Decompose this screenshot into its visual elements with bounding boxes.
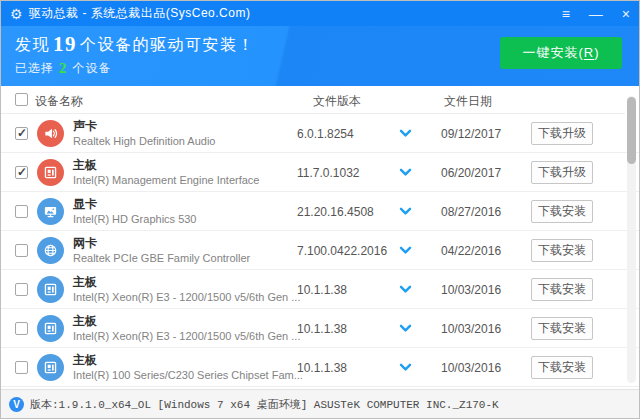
device-category: 主板 xyxy=(73,313,300,329)
select-all-checkbox[interactable] xyxy=(15,93,28,106)
device-name-block: 主板 Intel(R) Xeon(R) E3 - 1200/1500 v5/6t… xyxy=(73,313,300,344)
file-version-value: 10.1.1.38 xyxy=(297,283,347,297)
file-version-value: 10.1.1.38 xyxy=(297,361,347,375)
device-row: 主板 Intel(R) Management Engine Interface … xyxy=(1,153,639,192)
motherboard-icon xyxy=(37,354,64,381)
file-version-value: 7.100.0422.2016 xyxy=(297,244,387,258)
selected-devices-line: 已选择2个设备 xyxy=(15,60,112,77)
device-count: 19 xyxy=(50,32,80,56)
window-title: 驱动总裁 - 系统总裁出品(SysCeo.Com) xyxy=(29,5,251,22)
device-description: Intel(R) 100 Series/C230 Series Chipset … xyxy=(73,368,303,383)
file-date-value: 10/03/2016 xyxy=(441,283,501,297)
chevron-down-icon[interactable] xyxy=(399,363,412,372)
device-category: 主板 xyxy=(73,352,303,368)
device-description: Realtek PCIe GBE Family Controller xyxy=(73,251,250,266)
chevron-down-icon[interactable] xyxy=(399,285,412,294)
download-action-button[interactable]: 下载升级 xyxy=(531,161,593,184)
motherboard-icon xyxy=(37,159,64,186)
row-checkbox[interactable] xyxy=(15,322,28,335)
file-date-value: 10/03/2016 xyxy=(441,322,501,336)
install-button-close: ) xyxy=(594,45,599,60)
device-category: 声卡 xyxy=(73,118,215,134)
one-click-install-button[interactable]: 一键安装(R) xyxy=(500,37,622,69)
headline-suffix: 个设备的驱动可安装！ xyxy=(80,36,255,53)
menu-icon[interactable]: ≡ xyxy=(562,7,570,21)
download-action-button[interactable]: 下载安装 xyxy=(531,278,593,301)
device-row: 主板 Intel(R) Xeon(R) E3 - 1200/1500 v5/6t… xyxy=(1,270,639,309)
download-action-button[interactable]: 下载安装 xyxy=(531,239,593,262)
device-description: Intel(R) Management Engine Interface xyxy=(73,173,260,188)
device-description: Realtek High Definition Audio xyxy=(73,134,215,149)
chevron-down-icon[interactable] xyxy=(399,324,412,333)
headline-prefix: 发现 xyxy=(15,36,50,53)
device-name-block: 网卡 Realtek PCIe GBE Family Controller xyxy=(73,235,250,266)
device-description: Intel(R) HD Graphics 530 xyxy=(73,212,197,227)
app-gear-icon: ⚙ xyxy=(10,7,23,21)
file-date-value: 10/03/2016 xyxy=(441,361,501,375)
chevron-down-icon[interactable] xyxy=(399,207,412,216)
device-row: 主板 Intel(R) 100 Series/C230 Series Chips… xyxy=(1,348,639,387)
row-checkbox[interactable] xyxy=(15,361,28,374)
file-version-value: 10.1.1.38 xyxy=(297,322,347,336)
device-row: 网卡 Realtek PCIe GBE Family Controller 7.… xyxy=(1,231,639,270)
install-button-hotkey: R xyxy=(584,45,594,60)
device-name-block: 主板 Intel(R) Xeon(R) E3 - 1200/1500 v5/6t… xyxy=(73,274,300,305)
row-checkbox[interactable] xyxy=(15,244,28,257)
device-name-block: 显卡 Intel(R) HD Graphics 530 xyxy=(73,196,197,227)
download-action-button[interactable]: 下载安装 xyxy=(531,200,593,223)
chevron-down-icon[interactable] xyxy=(399,168,412,177)
status-bar: V 版本:1.9.1.0_x64_OL [Windows 7 x64 桌面环境]… xyxy=(1,389,639,418)
device-row: 显卡 Intel(R) HD Graphics 530 21.20.16.450… xyxy=(1,192,639,231)
download-action-button[interactable]: 下载安装 xyxy=(531,317,593,340)
chevron-down-icon[interactable] xyxy=(399,246,412,255)
selected-suffix: 个设备 xyxy=(73,61,112,75)
summary-banner: 发现19个设备的驱动可安装！ 已选择2个设备 一键安装(R) xyxy=(1,26,639,86)
file-date-value: 06/20/2017 xyxy=(441,166,501,180)
driver-manager-window: ⚙ 驱动总裁 - 系统总裁出品(SysCeo.Com) ≡ — × 发现19个设… xyxy=(0,0,640,419)
device-name-block: 主板 Intel(R) 100 Series/C230 Series Chips… xyxy=(73,352,303,383)
device-row: 主板 Intel(R) Xeon(R) E3 - 1200/1500 v5/6t… xyxy=(1,309,639,348)
version-badge-icon: V xyxy=(9,397,24,412)
device-name-block: 主板 Intel(R) Management Engine Interface xyxy=(73,157,260,188)
device-description: Intel(R) Xeon(R) E3 - 1200/1500 v5/6th G… xyxy=(73,290,300,305)
chevron-down-icon[interactable] xyxy=(399,129,412,138)
row-checkbox[interactable] xyxy=(15,283,28,296)
titlebar: ⚙ 驱动总裁 - 系统总裁出品(SysCeo.Com) ≡ — × xyxy=(1,1,639,26)
row-checkbox[interactable] xyxy=(15,127,28,140)
device-description: Intel(R) Xeon(R) E3 - 1200/1500 v5/6th G… xyxy=(73,329,300,344)
file-date-value: 08/27/2016 xyxy=(441,205,501,219)
file-date-value: 04/22/2016 xyxy=(441,244,501,258)
scrollbar-track[interactable] xyxy=(627,96,636,383)
device-category: 显卡 xyxy=(73,196,197,212)
file-date-value: 09/12/2017 xyxy=(441,127,501,141)
download-action-button[interactable]: 下载升级 xyxy=(531,122,593,145)
motherboard-icon xyxy=(37,276,64,303)
table-header: 设备名称 文件版本 文件日期 xyxy=(1,86,625,114)
found-devices-headline: 发现19个设备的驱动可安装！ xyxy=(15,32,255,57)
version-status-text: 版本:1.9.1.0_x64_OL [Windows 7 x64 桌面环境] A… xyxy=(30,397,499,412)
file-version-value: 11.7.0.1032 xyxy=(297,166,360,180)
column-device-name: 设备名称 xyxy=(35,93,83,110)
selected-count: 2 xyxy=(54,60,73,76)
close-icon[interactable]: × xyxy=(622,7,630,21)
motherboard-icon xyxy=(37,315,64,342)
device-name-block: 声卡 Realtek High Definition Audio xyxy=(73,118,215,149)
device-table-body: 声卡 Realtek High Definition Audio 6.0.1.8… xyxy=(1,114,639,387)
minimize-icon[interactable]: — xyxy=(589,7,603,21)
download-action-button[interactable]: 下载安装 xyxy=(531,356,593,379)
device-category: 主板 xyxy=(73,157,260,173)
row-checkbox[interactable] xyxy=(15,166,28,179)
row-checkbox[interactable] xyxy=(15,205,28,218)
speaker-icon xyxy=(37,120,64,147)
column-file-version: 文件版本 xyxy=(313,93,361,110)
selected-prefix: 已选择 xyxy=(15,61,54,75)
window-controls: ≡ — × xyxy=(562,7,630,21)
device-row: 声卡 Realtek High Definition Audio 6.0.1.8… xyxy=(1,114,639,153)
file-version-value: 21.20.16.4508 xyxy=(297,205,374,219)
display-icon xyxy=(37,198,64,225)
install-button-text: 一键安装( xyxy=(522,45,583,60)
globe-icon xyxy=(37,237,64,264)
device-category: 网卡 xyxy=(73,235,250,251)
file-version-value: 6.0.1.8254 xyxy=(297,127,354,141)
scrollbar-thumb[interactable] xyxy=(627,97,636,164)
